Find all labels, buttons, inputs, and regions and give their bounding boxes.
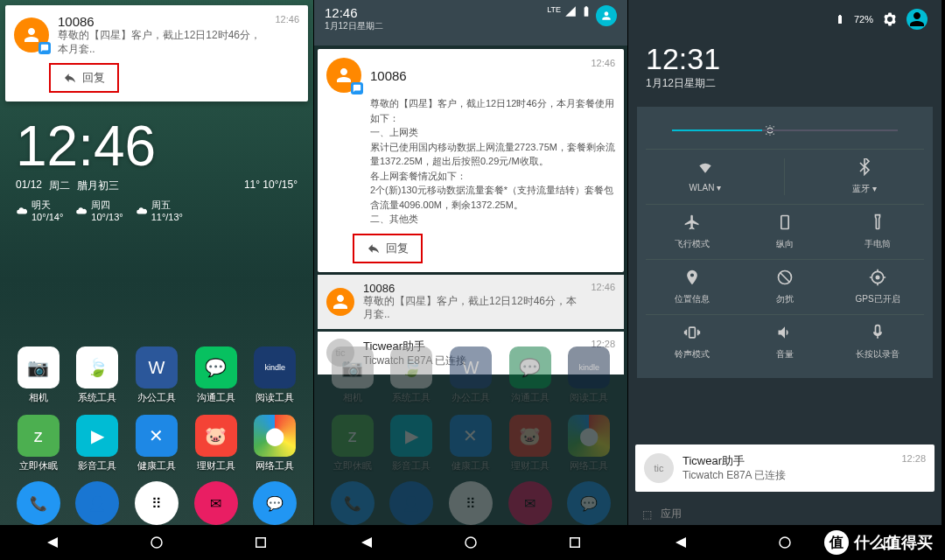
tile-flashlight[interactable]: 手电筒 [838, 214, 917, 250]
notif-body: 尊敬的【四星】客户，截止12日12时46分，本月套餐使用如下： 一、上网类 累计… [326, 96, 615, 227]
app-finance[interactable]: 🐷理财工具 [191, 415, 242, 472]
navbar [0, 525, 313, 560]
screen-notifications: 12:46 1月12日星期二 LTE 10086 12:46 尊敬的【四星】客户… [314, 0, 628, 560]
reply-label: 回复 [386, 241, 409, 256]
home-icon[interactable] [149, 535, 164, 550]
settings-icon[interactable] [882, 11, 898, 27]
home-icon[interactable] [463, 535, 479, 550]
flashlight-icon [869, 214, 886, 231]
dock-drawer[interactable]: ⠿ [135, 481, 178, 525]
dock-dimmed: 📞 👤 ⠿ ✉ 💬 [314, 481, 627, 525]
forecast-row: 明天10°/14° 周四10°/13° 周五11°/13° [0, 193, 313, 228]
home-icon[interactable] [777, 535, 793, 550]
status-time: 12:46 [325, 5, 383, 20]
notif-sender: 10086 [363, 282, 582, 295]
date-widget: 01/12周二腊月初三 11° 10°/15° [0, 178, 313, 193]
quick-settings-panel: WLAN ▾ 蓝牙 ▾ 飞行模式 纵向 手电筒 位置信息 勿扰 GPS已开启 铃… [637, 107, 933, 378]
ticwear-avatar: tic [644, 453, 674, 483]
qs-clock: 12:31 1月12日星期二 [628, 38, 942, 94]
notif-preview: Ticwatch E87A 已连接 [682, 469, 892, 483]
wifi-icon [696, 158, 714, 176]
dnd-icon [776, 269, 794, 286]
svg-point-2 [466, 537, 476, 548]
notification-card[interactable]: 10086 尊敬的【四星】客户，截止12日12时46分，本月套.. 12:46 … [5, 5, 308, 102]
app-camera[interactable]: 📷相机 [13, 346, 64, 404]
volume-icon [776, 324, 794, 341]
app-office[interactable]: W办公工具 [131, 346, 182, 404]
dock-contacts[interactable]: 👤 [75, 481, 119, 525]
reply-icon [63, 71, 77, 85]
battery-icon [580, 5, 592, 18]
app-health[interactable]: ✕健康工具 [131, 415, 182, 472]
svg-rect-3 [570, 538, 580, 548]
tile-volume[interactable]: 音量 [746, 324, 824, 360]
notif-time: 12:46 [591, 58, 615, 68]
status-bar: 72% [628, 0, 942, 38]
back-icon[interactable] [359, 535, 374, 550]
reply-button[interactable]: 回复 [49, 63, 119, 93]
app-grid-dimmed: 📷相机 🍃系统工具 W办公工具 💬沟通工具 kindle阅读工具 z立即休眠 ▶… [314, 346, 627, 483]
tile-dnd[interactable]: 勿扰 [746, 269, 824, 305]
back-icon[interactable] [673, 535, 689, 550]
back-icon[interactable] [45, 535, 60, 550]
status-date: 1月12日星期二 [325, 20, 383, 32]
cloud-icon [136, 205, 148, 217]
dock-mail[interactable]: ✉ [194, 481, 238, 525]
watermark: 值什么值得买 [824, 530, 933, 555]
battery-icon [835, 14, 845, 24]
collapsed-notification[interactable]: 10086 尊敬的【四星】客户，截止12日12时46分，本月套.. 12:46 [318, 275, 624, 329]
vibrate-icon [683, 324, 701, 341]
tile-airplane[interactable]: 飞行模式 [653, 214, 732, 250]
app-chat[interactable]: 💬沟通工具 [191, 346, 242, 404]
app-network[interactable]: ⬤网络工具 [249, 415, 300, 472]
contact-avatar [326, 288, 354, 316]
svg-point-7 [876, 276, 880, 280]
app-grid: 📷相机 🍃系统工具 W办公工具 💬沟通工具 kindle阅读工具 z立即休眠 ▶… [0, 346, 313, 483]
recents-icon[interactable] [253, 535, 269, 550]
cloud-icon [75, 205, 88, 217]
notification-card[interactable]: tic Ticwear助手 Ticwatch E87A 已连接 12:28 [635, 444, 934, 492]
dock: 📞 👤 ⠿ ✉ 💬 [0, 481, 313, 525]
reply-icon [367, 242, 381, 256]
settings-item-apps[interactable]: ⬚应用 [642, 507, 682, 522]
notif-time: 12:28 [901, 453, 926, 464]
profile-icon[interactable] [906, 9, 928, 30]
reply-button[interactable]: 回复 [353, 234, 423, 263]
tile-location[interactable]: 位置信息 [653, 269, 732, 305]
tile-rotation[interactable]: 纵向 [746, 214, 824, 250]
notif-time: 12:46 [275, 14, 299, 24]
brightness-slider[interactable] [672, 130, 898, 131]
tile-ringer[interactable]: 铃声模式 [653, 324, 732, 360]
clock-widget[interactable]: 12:46 [0, 107, 313, 178]
mic-icon [869, 324, 886, 341]
svg-rect-1 [256, 538, 266, 548]
app-reading[interactable]: kindle阅读工具 [249, 346, 300, 404]
svg-rect-4 [781, 216, 788, 229]
battery-percent: 72% [854, 14, 873, 24]
status-bar[interactable]: 12:46 1月12日星期二 LTE [314, 0, 627, 46]
lte-icon: LTE [547, 5, 561, 14]
tile-wlan[interactable]: WLAN ▾ [666, 158, 745, 195]
cloud-icon [16, 205, 28, 217]
tile-mic[interactable]: 长按以录音 [838, 324, 917, 360]
app-system[interactable]: 🍃系统工具 [72, 346, 122, 404]
airplane-icon [683, 214, 701, 231]
profile-icon[interactable] [596, 5, 617, 26]
app-media[interactable]: ▶影音工具 [72, 415, 122, 472]
tile-bluetooth[interactable]: 蓝牙 ▾ [825, 158, 904, 195]
expanded-notification[interactable]: 10086 12:46 尊敬的【四星】客户，截止12日12时46分，本月套餐使用… [318, 49, 624, 272]
notif-sender: Ticwear助手 [682, 453, 892, 469]
notif-sender: 10086 [370, 68, 407, 83]
dock-messages[interactable]: 💬 [253, 481, 297, 525]
signal-icon [564, 5, 577, 18]
tile-gps[interactable]: GPS已开启 [838, 269, 917, 305]
notif-time: 12:46 [591, 282, 615, 292]
recents-icon[interactable] [567, 535, 583, 550]
dock-phone[interactable]: 📞 [17, 481, 60, 525]
contact-avatar [326, 58, 361, 93]
notif-preview: 尊敬的【四星】客户，截止12日12时46分，本月套.. [363, 295, 582, 322]
svg-rect-8 [690, 327, 696, 338]
bluetooth-icon [856, 158, 873, 176]
app-sleep[interactable]: z立即休眠 [13, 415, 64, 472]
notif-sender: 10086 [58, 14, 266, 29]
